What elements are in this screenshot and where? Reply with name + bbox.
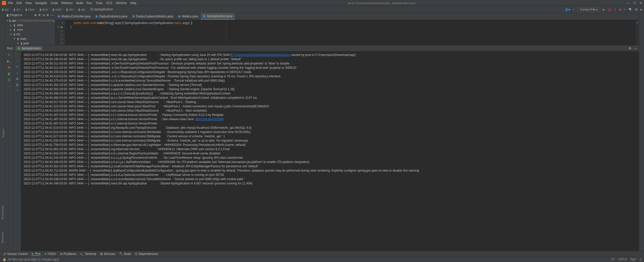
breadcrumb-seg[interactable]: ▮ med — [53, 8, 61, 11]
editor-tab[interactable]: ApiApplication.java — [201, 13, 235, 20]
status-cell[interactable]: UTF-8 — [618, 258, 627, 261]
layout-icon[interactable]: ◧ — [8, 72, 11, 76]
ide-logo-icon — [2, 1, 6, 5]
menu-help[interactable]: Help — [130, 1, 136, 5]
breadcrumb[interactable]: ▮ api〉▮ src〉▮ main〉▮ java〉▮ med〉▮ clin〉▮… — [2, 7, 113, 12]
inspection-ok-icon[interactable]: ✔ — [636, 21, 639, 24]
dump-icon[interactable]: ☰ — [8, 78, 11, 82]
run-toolbar-primary: ↻ ▶⎯ ■ ◧ ☰ ⋯ — [5, 51, 14, 251]
tool-window-button-run[interactable]: ▶Run — [32, 252, 41, 256]
menu-file[interactable]: File — [8, 1, 13, 5]
tool-window-button-problems[interactable]: ⊘Problems — [60, 252, 76, 256]
down-icon[interactable]: ↓ — [17, 59, 18, 62]
status-lock-icon[interactable]: 🔒 — [3, 258, 6, 261]
tree-node[interactable]: ▾▮ api C:\Users\jessi\Downloads\api — [5, 18, 55, 23]
menu-refactor[interactable]: Refactor — [61, 1, 73, 5]
status-cell[interactable]: LF — [611, 258, 615, 261]
status-message: All files are up-to-date (2 minutes ago) — [8, 258, 59, 261]
breadcrumb-seg[interactable]: ▮ clin — [66, 8, 73, 11]
editor-tab[interactable]: DadosCadastroMedico.java — [130, 13, 176, 20]
console-output[interactable]: 2023-12-07T11:54:38.234-03:00 INFO 3444 … — [21, 51, 639, 251]
tool-window-button-version-control[interactable]: ⎇Version Control — [3, 252, 28, 256]
select-opened-icon[interactable]: ⊕ — [34, 13, 37, 17]
stop-run-icon[interactable]: ■ — [8, 66, 10, 69]
console-line: 2023-12-07T11:54:38.240-03:00 INFO 3444 … — [24, 57, 636, 61]
editor-body[interactable]: public static void main(String[] args) {… — [65, 20, 635, 45]
close-icon[interactable]: ✕ — [639, 1, 642, 5]
menu-navigate[interactable]: Navigate — [35, 1, 47, 5]
tree-node[interactable]: ▾▮ main — [5, 37, 55, 41]
console-line: 2023-12-07T11:54:38.311-03:00 INFO 3444 … — [24, 66, 636, 70]
project-stripe-button[interactable]: Project — [2, 129, 5, 137]
up-icon[interactable]: ↑ — [17, 53, 18, 56]
bottom-stripe: Bookmarks Structure ⎇Version Control▶Run… — [0, 251, 644, 256]
status-cell[interactable]: ⎆ — [640, 258, 641, 261]
breadcrumb-seg[interactable]: ▮ java — [39, 8, 48, 11]
run-attach-icon[interactable]: ▶⎯ — [7, 59, 12, 63]
console-line: 2023-12-07T11:54:41.759-03:00 INFO 3444 … — [24, 143, 636, 147]
trash-actions-icon[interactable]: ⋯ — [8, 84, 11, 88]
run-icon[interactable]: ▶ — [603, 8, 605, 11]
status-cell[interactable]: Tab* — [630, 258, 636, 261]
breadcrumb-seg[interactable]: ▮ main — [25, 8, 34, 11]
run-tool-window: Run: ApiApplication ⚙ — ↻ ▶⎯ ■ ◧ ☰ ⋯ — [5, 45, 639, 251]
tool-window-button-dependencies[interactable]: ☷Dependencies — [135, 252, 158, 256]
menu-tools[interactable]: Tools — [96, 1, 103, 5]
soft-wrap-icon[interactable]: ↩ — [16, 65, 19, 69]
gutter-run-icon[interactable]: ▶ — [61, 25, 63, 29]
bookmarks-stripe-button[interactable]: Bookmarks — [1, 206, 4, 219]
breadcrumb-seg[interactable]: ▮ src — [14, 8, 20, 11]
tool-window-button-services[interactable]: ⊞Services — [100, 252, 115, 256]
expand-all-icon[interactable]: ⇵ — [38, 13, 41, 17]
editor-tab[interactable]: MedicoController.java — [55, 13, 93, 20]
scroll-end-icon[interactable]: ⤓ — [16, 71, 19, 75]
tool-window-button-todo[interactable]: ≡TODO — [45, 252, 56, 256]
settings-icon[interactable]: ⚙ — [635, 8, 638, 11]
stop-icon[interactable]: ■ — [619, 8, 621, 11]
project-tree[interactable]: ▾▮ api C:\Users\jessi\Downloads\api▸▮ .i… — [5, 17, 55, 45]
menu-window[interactable]: Window — [116, 1, 127, 5]
menu-edit[interactable]: Edit — [16, 1, 22, 5]
more-run-icon[interactable]: ⋮ — [614, 8, 617, 11]
console-link[interactable]: C:\Users\jessi\Downloads\api\target\clas… — [231, 53, 290, 57]
tool-window-button-terminal[interactable]: >_Terminal — [80, 252, 96, 256]
editor-tab[interactable]: DadosEndereco.java — [93, 13, 130, 20]
menu-build[interactable]: Build — [76, 1, 83, 5]
console-link[interactable]: https://rd.gt/416ObMi — [195, 117, 223, 121]
tree-node[interactable]: ▸▮ .mvn — [5, 27, 55, 32]
menu-vcs[interactable]: VCS — [106, 1, 112, 5]
rerun-icon[interactable]: ↻ — [8, 53, 11, 57]
avatar-icon[interactable]: ● — [640, 8, 642, 11]
hide-run-icon[interactable]: — — [634, 47, 637, 50]
run-settings-icon[interactable]: ⚙ — [629, 47, 631, 50]
back-icon[interactable]: ↩ — [573, 8, 575, 11]
menu-code[interactable]: Code — [51, 1, 58, 5]
breadcrumb-seg[interactable]: ▮ api — [78, 8, 85, 11]
search-icon[interactable]: 🔍 — [629, 8, 632, 11]
breadcrumb-seg[interactable]: ▮ api — [2, 8, 9, 11]
tree-node[interactable]: ▾▮ src — [5, 32, 55, 37]
vcs-users-icon[interactable]: 👤▾ — [565, 8, 570, 11]
clear-icon[interactable]: 🗑 — [16, 83, 19, 87]
editor-gutter[interactable]: 910▶11121314 — [55, 20, 65, 45]
settings-gear-icon[interactable]: ⚙ — [46, 13, 49, 17]
maximize-icon[interactable]: ☐ — [633, 1, 636, 5]
project-view-combo[interactable]: ◧ Project ▾ — [7, 13, 22, 17]
update-icon[interactable]: ⟳ — [624, 8, 626, 11]
tree-node[interactable]: ▾▮ java — [5, 41, 55, 45]
menu-view[interactable]: View — [25, 1, 32, 5]
hide-icon[interactable]: — — [51, 13, 54, 17]
collapse-all-icon[interactable]: ⇲ — [42, 13, 45, 17]
tree-node[interactable]: ▸▮ .idea — [5, 23, 55, 27]
structure-stripe-button[interactable]: Structure — [1, 232, 4, 243]
filter-icon[interactable]: * — [17, 89, 18, 93]
debug-icon[interactable]: 🐞 — [608, 8, 611, 11]
tool-window-button-build[interactable]: 🔨Build — [119, 252, 131, 256]
minimize-icon[interactable]: — — [627, 1, 630, 5]
editor-tab[interactable]: Medico.java — [176, 13, 201, 20]
run-config-selector[interactable]: Current File ▾ — [578, 7, 600, 12]
print-icon[interactable]: 🖶 — [16, 77, 19, 81]
breadcrumb-seg[interactable]: Ⓒ ApiApplication — [90, 7, 113, 12]
menu-run[interactable]: Run — [87, 1, 92, 5]
run-tab[interactable]: ApiApplication — [16, 46, 43, 51]
